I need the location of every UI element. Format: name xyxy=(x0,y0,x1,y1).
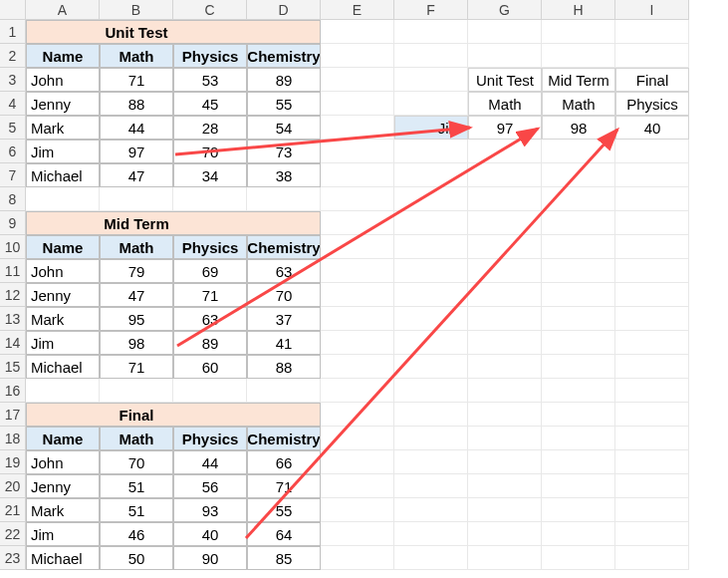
row-header-4[interactable]: 4 xyxy=(0,92,26,116)
cell-7-9[interactable] xyxy=(615,163,689,187)
t3-math-3[interactable]: 46 xyxy=(100,522,173,546)
t1-math-3[interactable]: 97 xyxy=(100,140,173,163)
cell-10-7[interactable] xyxy=(468,235,542,259)
t1-phys-3[interactable]: 70 xyxy=(173,140,247,163)
t2-math-2[interactable]: 95 xyxy=(100,307,173,331)
cell-23-9[interactable] xyxy=(615,546,689,570)
cell-17-7[interactable] xyxy=(468,403,542,427)
cell-9-8[interactable] xyxy=(542,211,615,235)
cell-8-5[interactable] xyxy=(321,187,394,211)
row-header-6[interactable]: 6 xyxy=(0,140,26,163)
row-header-23[interactable]: 23 xyxy=(0,546,26,570)
t1-name-2[interactable]: Mark xyxy=(26,116,100,140)
cell-12-7[interactable] xyxy=(468,283,542,307)
t1-name-0[interactable]: John xyxy=(26,68,100,92)
sum-val-1[interactable]: 98 xyxy=(542,116,615,140)
t3-name-3[interactable]: Jim xyxy=(26,522,100,546)
t3-phys-1[interactable]: 56 xyxy=(173,474,247,498)
cell-16-7[interactable] xyxy=(468,379,542,403)
cell-20-9[interactable] xyxy=(615,474,689,498)
t1-name-3[interactable]: Jim xyxy=(26,140,100,163)
cell-4-5[interactable] xyxy=(321,92,394,116)
cell-16-1[interactable] xyxy=(26,379,100,403)
cell-11-9[interactable] xyxy=(615,259,689,283)
cell-8-6[interactable] xyxy=(394,187,468,211)
row-header-22[interactable]: 22 xyxy=(0,522,26,546)
cell-18-7[interactable] xyxy=(468,427,542,450)
cell-3-6[interactable] xyxy=(394,68,468,92)
t1-phys-0[interactable]: 53 xyxy=(173,68,247,92)
row-header-2[interactable]: 2 xyxy=(0,44,26,68)
t2-name-4[interactable]: Michael xyxy=(26,355,100,379)
cell-2-9[interactable] xyxy=(615,44,689,68)
cell-8-7[interactable] xyxy=(468,187,542,211)
cell-6-7[interactable] xyxy=(468,140,542,163)
t2-name-2[interactable]: Mark xyxy=(26,307,100,331)
cell-20-7[interactable] xyxy=(468,474,542,498)
t2-chem-1[interactable]: 70 xyxy=(247,283,321,307)
t2-chem-3[interactable]: 41 xyxy=(247,331,321,355)
t3-chem-0[interactable]: 66 xyxy=(247,450,321,474)
cell-16-8[interactable] xyxy=(542,379,615,403)
row-header-11[interactable]: 11 xyxy=(0,259,26,283)
cell-23-6[interactable] xyxy=(394,546,468,570)
row-header-17[interactable]: 17 xyxy=(0,403,26,427)
t3-phys-4[interactable]: 90 xyxy=(173,546,247,570)
cell-12-6[interactable] xyxy=(394,283,468,307)
cell-14-9[interactable] xyxy=(615,331,689,355)
cell-7-8[interactable] xyxy=(542,163,615,187)
cell-16-4[interactable] xyxy=(247,379,321,403)
cell-10-6[interactable] xyxy=(394,235,468,259)
cell-23-8[interactable] xyxy=(542,546,615,570)
t3-name-4[interactable]: Michael xyxy=(26,546,100,570)
t1-phys-4[interactable]: 34 xyxy=(173,163,247,187)
t2-math-4[interactable]: 71 xyxy=(100,355,173,379)
row-header-7[interactable]: 7 xyxy=(0,163,26,187)
row-header-3[interactable]: 3 xyxy=(0,68,26,92)
t1-math-4[interactable]: 47 xyxy=(100,163,173,187)
t2-phys-4[interactable]: 60 xyxy=(173,355,247,379)
cell-6-6[interactable] xyxy=(394,140,468,163)
t2-phys-2[interactable]: 63 xyxy=(173,307,247,331)
cell-19-7[interactable] xyxy=(468,450,542,474)
cell-2-7[interactable] xyxy=(468,44,542,68)
row-header-12[interactable]: 12 xyxy=(0,283,26,307)
cell-6-9[interactable] xyxy=(615,140,689,163)
col-header-D[interactable]: D xyxy=(247,0,321,20)
cell-5-5[interactable] xyxy=(321,116,394,140)
cell-12-5[interactable] xyxy=(321,283,394,307)
row-header-20[interactable]: 20 xyxy=(0,474,26,498)
t1-chem-4[interactable]: 38 xyxy=(247,163,321,187)
cell-10-5[interactable] xyxy=(321,235,394,259)
cell-1-9[interactable] xyxy=(615,20,689,44)
t2-math-0[interactable]: 79 xyxy=(100,259,173,283)
cell-20-5[interactable] xyxy=(321,474,394,498)
cell-19-5[interactable] xyxy=(321,450,394,474)
t3-name-1[interactable]: Jenny xyxy=(26,474,100,498)
t2-phys-0[interactable]: 69 xyxy=(173,259,247,283)
cell-9-5[interactable] xyxy=(321,211,394,235)
cell-8-1[interactable] xyxy=(26,187,100,211)
cell-4-6[interactable] xyxy=(394,92,468,116)
t3-name-0[interactable]: John xyxy=(26,450,100,474)
cell-16-5[interactable] xyxy=(321,379,394,403)
cell-8-9[interactable] xyxy=(615,187,689,211)
row-header-13[interactable]: 13 xyxy=(0,307,26,331)
cell-2-8[interactable] xyxy=(542,44,615,68)
sum-val-0[interactable]: 97 xyxy=(468,116,542,140)
cell-16-9[interactable] xyxy=(615,379,689,403)
cell-13-5[interactable] xyxy=(321,307,394,331)
col-header-E[interactable]: E xyxy=(321,0,394,20)
cell-16-6[interactable] xyxy=(394,379,468,403)
t2-chem-4[interactable]: 88 xyxy=(247,355,321,379)
cell-22-5[interactable] xyxy=(321,522,394,546)
t2-name-0[interactable]: John xyxy=(26,259,100,283)
col-header-H[interactable]: H xyxy=(542,0,615,20)
row-header-16[interactable]: 16 xyxy=(0,379,26,403)
cell-11-5[interactable] xyxy=(321,259,394,283)
select-all-corner[interactable] xyxy=(0,0,26,20)
cell-18-8[interactable] xyxy=(542,427,615,450)
cell-8-2[interactable] xyxy=(100,187,173,211)
cell-14-6[interactable] xyxy=(394,331,468,355)
t3-chem-3[interactable]: 64 xyxy=(247,522,321,546)
